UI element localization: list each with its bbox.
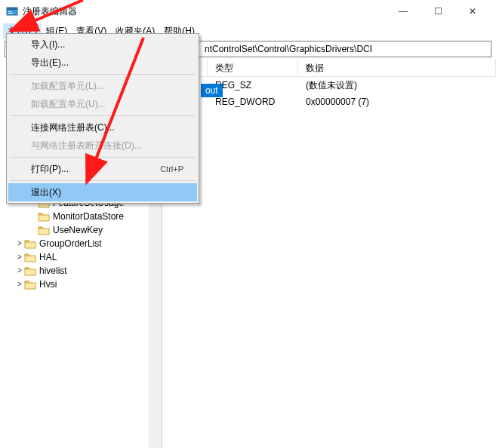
tree-node-label: GroupOrderList (39, 237, 102, 250)
menu-separator (10, 180, 196, 181)
folder-icon (24, 238, 36, 249)
tree-node-label: hivelist (39, 264, 67, 278)
maximize-button[interactable]: ☐ (421, 0, 455, 23)
tree-node[interactable]: >MonitorDataStore (0, 210, 162, 223)
menu-connect-network[interactable]: 连接网络注册表(C)... (8, 118, 197, 137)
selected-value-chip: out (201, 84, 223, 97)
list-view: 类型 数据 abREG_SZ(数值未设置)011REG_DWORD0x00000… (162, 59, 496, 448)
window-controls: — ☐ ✕ (386, 0, 490, 23)
tree-node-label: MonitorDataStore (53, 210, 124, 223)
expander-icon[interactable]: > (15, 278, 24, 291)
app-icon (6, 5, 18, 17)
print-shortcut: Ctrl+P (160, 164, 183, 173)
tree-node[interactable]: >HAL (0, 250, 162, 264)
expander-icon[interactable]: > (15, 237, 24, 250)
folder-icon (38, 211, 50, 222)
list-header: 类型 数据 (162, 59, 496, 77)
menu-load-hive: 加载配置单元(L)... (8, 77, 197, 95)
folder-icon (24, 252, 36, 262)
col-type[interactable]: 类型 (208, 59, 298, 76)
tree-node[interactable]: >GroupOrderList (0, 237, 162, 250)
title-bar: 注册表编辑器 — ☐ ✕ (0, 0, 496, 23)
svg-rect-3 (8, 13, 13, 14)
menu-separator (10, 157, 196, 158)
address-path: ntControlSet\Control\GraphicsDrivers\DCI (205, 44, 372, 54)
svg-rect-2 (8, 11, 11, 12)
menu-import[interactable]: 导入(I)... (8, 35, 197, 54)
menu-unload-hive: 卸载配置单元(U)... (8, 95, 197, 113)
menu-export[interactable]: 导出(E)... (8, 54, 197, 72)
folder-icon (38, 225, 50, 235)
file-menu-dropdown: 导入(I)... 导出(E)... 加载配置单元(L)... 卸载配置单元(U)… (6, 33, 199, 204)
menu-disconnect-network: 与网络注册表断开连接(D)... (8, 137, 197, 155)
tree-node[interactable]: >Hvsi (0, 278, 162, 291)
expander-icon[interactable]: > (15, 264, 24, 278)
menu-exit[interactable]: 退出(X) (8, 183, 197, 201)
tree-node-label: UseNewKey (53, 223, 103, 237)
row-data-cell: (数值未设置) (298, 79, 496, 92)
row-type-cell: REG_DWORD (208, 97, 298, 107)
menu-separator (10, 115, 196, 116)
folder-icon (24, 265, 36, 276)
tree-node-label: HAL (39, 250, 57, 264)
tree-node[interactable]: >UseNewKey (0, 223, 162, 237)
tree-node[interactable]: >hivelist (0, 264, 162, 278)
menu-print[interactable]: 打印(P)... Ctrl+P (8, 160, 197, 178)
tree-node-label: Hvsi (39, 278, 57, 291)
row-data-cell: 0x00000007 (7) (298, 97, 496, 107)
folder-icon (24, 279, 36, 290)
col-data[interactable]: 数据 (298, 59, 496, 76)
close-button[interactable]: ✕ (455, 0, 490, 23)
window-title: 注册表编辑器 (23, 5, 386, 18)
expander-icon[interactable]: > (15, 250, 24, 264)
menu-separator (10, 74, 196, 75)
svg-rect-1 (7, 8, 17, 10)
minimize-button[interactable]: — (386, 0, 421, 23)
